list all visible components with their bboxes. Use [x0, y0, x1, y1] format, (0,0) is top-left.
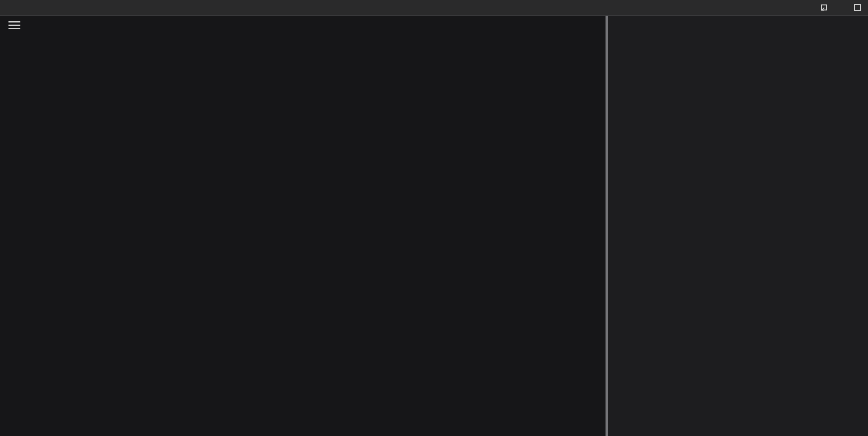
title-bar: [0, 0, 868, 16]
window-controls: [803, 4, 868, 11]
maximize-icon[interactable]: [854, 4, 861, 11]
chart-region: [0, 16, 606, 436]
dropdown-arrow-icon[interactable]: [803, 4, 810, 11]
data-table: [608, 16, 868, 436]
chart-toolbar: [0, 16, 606, 38]
menu-icon[interactable]: [8, 21, 20, 31]
time-axis: [0, 416, 606, 426]
minimize-icon[interactable]: [837, 4, 844, 11]
period-toolbar: [0, 426, 611, 436]
popout-icon[interactable]: [820, 4, 827, 11]
